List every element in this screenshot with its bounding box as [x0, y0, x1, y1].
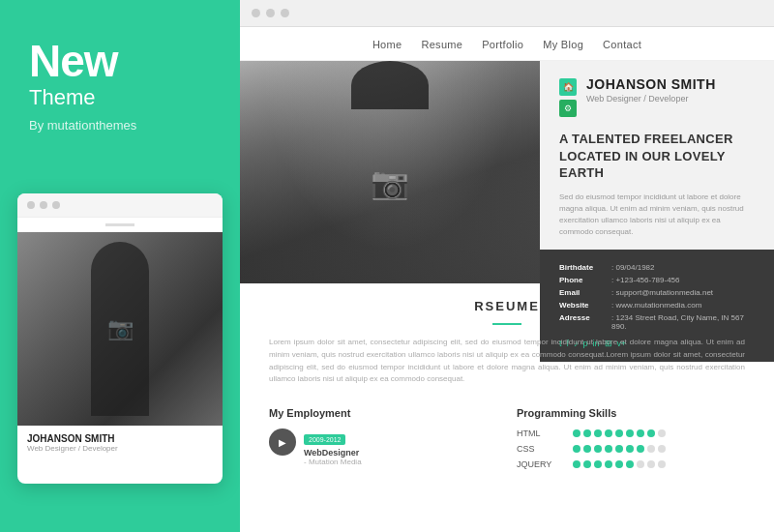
- dot: [615, 445, 623, 453]
- mini-browser-dots: [17, 193, 223, 218]
- skill-jquery-name: JQUERY: [517, 459, 565, 469]
- birthdate-label: Birthdate: [559, 263, 606, 272]
- hero-info: 🏠 ⚙ JOHANSON SMITH Web Designer / Develo…: [540, 61, 774, 283]
- person-header: 🏠 ⚙ JOHANSON SMITH Web Designer / Develo…: [559, 76, 755, 117]
- address-label: Adresse: [559, 313, 606, 322]
- person-icon-home: 🏠: [559, 78, 577, 96]
- dot-empty: [637, 460, 644, 468]
- dot-empty: [658, 460, 666, 468]
- mini-person-info: JOHANSON SMITH Web Designer / Developer: [17, 426, 223, 460]
- dot: [615, 460, 623, 468]
- mini-person-role: Web Designer / Developer: [27, 444, 213, 453]
- dot: [583, 429, 591, 437]
- bottom-section: My Employment ▶ 2009-2012 WebDesigner - …: [240, 396, 774, 487]
- hero-tagline: A TALENTED FREELANCERLOCATED IN OUR LOVE…: [559, 131, 755, 182]
- nav-blog[interactable]: My Blog: [543, 39, 583, 50]
- theme-subtitle: Theme: [29, 85, 211, 110]
- phone-label: Phone: [559, 276, 606, 284]
- dot: [573, 445, 580, 453]
- skill-jquery: JQUERY: [517, 459, 745, 469]
- hero-person-silhouette: [303, 61, 477, 283]
- mini-dot-2: [40, 201, 47, 209]
- skill-css-name: CSS: [517, 444, 565, 454]
- hero-photo: [240, 61, 540, 283]
- browser-dot-3: [281, 9, 289, 17]
- browser-dot-1: [252, 9, 260, 17]
- skills-title: Programming Skills: [517, 407, 745, 419]
- resume-body: Lorem ipsum dolor sit amet, consectetur …: [269, 337, 745, 386]
- nav-portfolio[interactable]: Portfolio: [482, 39, 523, 50]
- dot: [573, 429, 580, 437]
- hero-info-top: 🏠 ⚙ JOHANSON SMITH Web Designer / Develo…: [540, 61, 774, 250]
- contact-address: Adresse : 1234 Street Road, City Name, I…: [559, 313, 755, 331]
- dot: [637, 445, 644, 453]
- skill-html-dots: [573, 429, 666, 437]
- dot: [594, 445, 602, 453]
- mini-dot-3: [52, 201, 60, 209]
- contact-website: Website : www.mutationmedia.com: [559, 301, 755, 310]
- dot: [594, 429, 602, 437]
- employment-item: ▶ 2009-2012 WebDesigner - Mutation Media: [269, 429, 497, 466]
- main-panel: Home Resume Portfolio My Blog Contact 🏠 …: [240, 0, 774, 532]
- nav-home[interactable]: Home: [372, 39, 402, 50]
- dot: [626, 445, 634, 453]
- skill-html: HTML: [517, 429, 745, 438]
- skill-css-dots: [573, 445, 666, 453]
- employment-years: 2009-2012: [304, 434, 345, 445]
- dot: [594, 460, 602, 468]
- employment-title: My Employment: [269, 407, 497, 419]
- mini-preview-card: JOHANSON SMITH Web Designer / Developer: [17, 193, 223, 484]
- dot: [573, 460, 580, 468]
- phone-value: : +123-456-789-456: [611, 276, 680, 284]
- mini-nav-line: [105, 223, 134, 226]
- hero-section: 🏠 ⚙ JOHANSON SMITH Web Designer / Develo…: [240, 61, 774, 283]
- resume-underline: [492, 323, 521, 325]
- contact-birthdate: Birthdate : 09/04/1982: [559, 263, 755, 272]
- website-value: : www.mutationmedia.com: [611, 301, 701, 310]
- employment-role: WebDesigner: [304, 448, 362, 458]
- person-icon-settings: ⚙: [559, 100, 577, 117]
- dot: [626, 429, 634, 437]
- browser-chrome: [240, 0, 774, 27]
- website-preview[interactable]: Home Resume Portfolio My Blog Contact 🏠 …: [240, 27, 774, 532]
- nav-contact[interactable]: Contact: [603, 39, 641, 50]
- dot-empty: [647, 460, 655, 468]
- hero-description: Sed do eiusmod tempor incididunt ut labo…: [559, 192, 755, 238]
- skill-jquery-dots: [573, 460, 666, 468]
- employment-section: My Employment ▶ 2009-2012 WebDesigner - …: [269, 407, 497, 475]
- contact-email: Email : support@mutationmedia.net: [559, 288, 755, 297]
- skills-section: Programming Skills HTML: [497, 407, 745, 475]
- mini-hero-photo: [17, 232, 223, 426]
- dot: [647, 429, 655, 437]
- mini-person-name: JOHANSON SMITH: [27, 433, 213, 444]
- email-value: : support@mutationmedia.net: [611, 288, 713, 297]
- mini-dot-1: [27, 201, 35, 209]
- browser-dot-2: [266, 9, 275, 17]
- new-title: New: [29, 39, 211, 83]
- address-value: : 1234 Street Road, City Name, IN 567 89…: [611, 313, 755, 331]
- dot-empty: [658, 429, 666, 437]
- person-icons: 🏠 ⚙: [559, 78, 577, 117]
- dot: [583, 445, 591, 453]
- hero-person-name: JOHANSON SMITH: [586, 76, 716, 92]
- person-name-block: JOHANSON SMITH Web Designer / Developer: [586, 76, 716, 103]
- hero-person-title: Web Designer / Developer: [586, 94, 716, 103]
- contact-phone: Phone : +123-456-789-456: [559, 276, 755, 284]
- dot: [615, 429, 623, 437]
- employment-icon: ▶: [269, 429, 296, 456]
- dot: [605, 429, 612, 437]
- employment-company: - Mutation Media: [304, 458, 362, 466]
- dot-empty: [658, 445, 666, 453]
- dot: [605, 445, 612, 453]
- skill-css: CSS: [517, 444, 745, 454]
- left-panel: New Theme By mutationthemes JOHANSON SMI…: [0, 0, 240, 532]
- birthdate-value: : 09/04/1982: [611, 263, 654, 272]
- by-author: By mutationthemes: [29, 118, 211, 133]
- dot: [583, 460, 591, 468]
- site-nav: Home Resume Portfolio My Blog Contact: [240, 27, 774, 61]
- dot: [637, 429, 644, 437]
- nav-resume[interactable]: Resume: [421, 39, 462, 50]
- email-label: Email: [559, 288, 606, 297]
- website-label: Website: [559, 301, 606, 310]
- skill-html-name: HTML: [517, 429, 565, 438]
